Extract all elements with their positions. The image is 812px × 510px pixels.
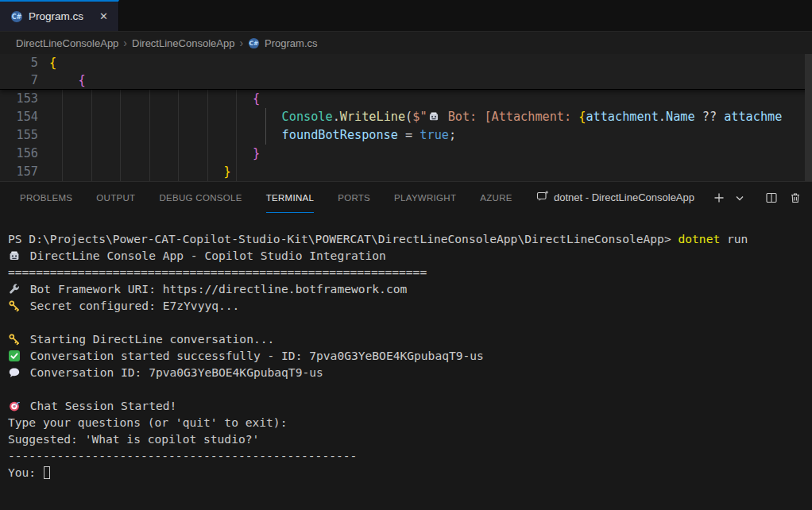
panel-tab-debug-console[interactable]: DEBUG CONSOLE	[159, 182, 242, 213]
key-icon	[8, 299, 23, 312]
code-line-157: 157 }	[0, 163, 812, 181]
breadcrumb-separator: ›	[123, 37, 127, 49]
terminal-line: ========================================…	[8, 264, 812, 280]
tab-title: Program.cs	[29, 10, 83, 22]
line-number: 7	[0, 71, 49, 89]
kill-terminal-trash-button[interactable]	[785, 187, 806, 208]
indent-guide	[236, 90, 237, 181]
code-lines: 153 {154 Console.WriteLine($" Bot: [Atta…	[0, 90, 812, 181]
panel-tab-playwright[interactable]: PLAYWRIGHT	[394, 182, 456, 213]
code-line-156: 156 }	[0, 145, 812, 163]
tab-close-icon[interactable]: ✕	[97, 10, 110, 23]
terminal-line: Chat Session Started!	[8, 397, 812, 414]
indent-guide	[120, 90, 121, 181]
line-number: 153	[0, 90, 49, 108]
editor-tab-bar: C# Program.cs ✕	[0, 0, 812, 32]
terminal-output[interactable]: PS D:\Projects\Power-CAT-Copilot-Studio-…	[0, 213, 812, 510]
key-icon	[8, 333, 23, 346]
indent-guide-active	[265, 108, 266, 145]
indent-guide	[62, 90, 63, 181]
breadcrumb: DirectLineConsoleApp › DirectLineConsole…	[0, 32, 812, 54]
robot-icon	[8, 249, 23, 262]
terminal-profile-chevron-icon[interactable]	[733, 187, 747, 208]
indent-guide	[207, 90, 208, 181]
csharp-file-icon: C#	[248, 37, 260, 49]
dart-icon	[8, 400, 23, 412]
check-icon	[8, 350, 23, 362]
line-number: 157	[0, 163, 49, 181]
panel-tab-problems[interactable]: PROBLEMS	[20, 182, 72, 213]
line-number: 156	[0, 145, 49, 163]
speech-icon	[8, 366, 23, 379]
robot-icon	[427, 110, 441, 122]
breadcrumb-item-folder[interactable]: DirectLineConsoleApp	[132, 37, 234, 49]
terminal-line: Starting DirectLine conversation...	[8, 330, 812, 347]
split-terminal-button[interactable]	[761, 187, 782, 208]
code-line-153: 153 {	[0, 90, 812, 108]
line-number: 5	[0, 54, 49, 71]
terminal-session-label: dotnet - DirectLineConsoleApp	[554, 191, 694, 203]
terminal-line	[8, 314, 812, 330]
terminal-line: Type your questions (or 'quit' to exit):	[8, 414, 812, 431]
vscode-window: C# Program.cs ✕ DirectLineConsoleApp › D…	[0, 0, 812, 510]
wrench-icon	[8, 283, 23, 296]
terminal-sparkle-icon	[536, 190, 549, 205]
indent-guide	[178, 90, 179, 181]
terminal-line: Conversation started successfully - ID: …	[8, 347, 812, 364]
terminal-line: Secret configured: E7zYvyyq...	[8, 297, 812, 314]
line-number: 155	[0, 126, 49, 145]
terminal-line: ----------------------------------------…	[8, 447, 812, 464]
panel-tabs: PROBLEMSOUTPUTDEBUG CONSOLETERMINALPORTS…	[20, 182, 512, 213]
terminal-line: Suggested: 'What is copilot studio?'	[8, 431, 812, 447]
terminal-cursor[interactable]	[44, 466, 50, 479]
terminal-line: DirectLine Console App - Copilot Studio …	[8, 247, 812, 264]
breadcrumb-item-file[interactable]: Program.cs	[265, 37, 317, 49]
bottom-panel: PROBLEMSOUTPUTDEBUG CONSOLETERMINALPORTS…	[0, 181, 812, 510]
tab-program-cs[interactable]: C# Program.cs ✕	[0, 0, 119, 31]
line-number: 154	[0, 108, 49, 126]
terminal-session-item[interactable]: dotnet - DirectLineConsoleApp	[536, 190, 694, 205]
code-line-155: 155 foundBotResponse = true;	[0, 126, 812, 145]
terminal-line: PS D:\Projects\Power-CAT-Copilot-Studio-…	[8, 230, 812, 247]
code-line-154: 154 Console.WriteLine($" Bot: [Attachmen…	[0, 108, 812, 126]
panel-tab-ports[interactable]: PORTS	[338, 182, 370, 213]
panel-tab-terminal[interactable]: TERMINAL	[266, 182, 315, 213]
panel-tab-output[interactable]: OUTPUT	[96, 182, 135, 213]
new-terminal-button[interactable]	[709, 187, 729, 208]
code-line-7: 7 {	[0, 71, 812, 89]
indent-guide	[149, 90, 150, 181]
terminal-line: Conversation ID: 7pva0G3YeBOE4KGpubaqT9-…	[8, 364, 812, 381]
indent-guide	[91, 90, 92, 181]
terminal-line: You:	[8, 464, 812, 481]
panel-header: PROBLEMSOUTPUTDEBUG CONSOLETERMINALPORTS…	[0, 182, 812, 213]
terminal-line	[8, 381, 812, 397]
breadcrumb-separator: ›	[239, 37, 243, 49]
panel-tab-azure[interactable]: AZURE	[480, 182, 512, 213]
svg-text:C#: C#	[12, 14, 22, 21]
sticky-scroll: 5{7 {	[0, 54, 812, 90]
editor-scrollbar[interactable]	[805, 54, 812, 181]
svg-text:C#: C#	[249, 40, 259, 47]
csharp-file-icon: C#	[10, 10, 23, 23]
code-line-5: 5{	[0, 54, 812, 71]
panel-actions: dotnet - DirectLineConsoleApp	[536, 187, 806, 208]
terminal-line: Bot Framework URI: https://directline.bo…	[8, 280, 812, 297]
breadcrumb-item-project[interactable]: DirectLineConsoleApp	[16, 37, 118, 49]
code-editor: 5{7 { 153 {154 Console.WriteLine($" Bot:…	[0, 54, 812, 181]
